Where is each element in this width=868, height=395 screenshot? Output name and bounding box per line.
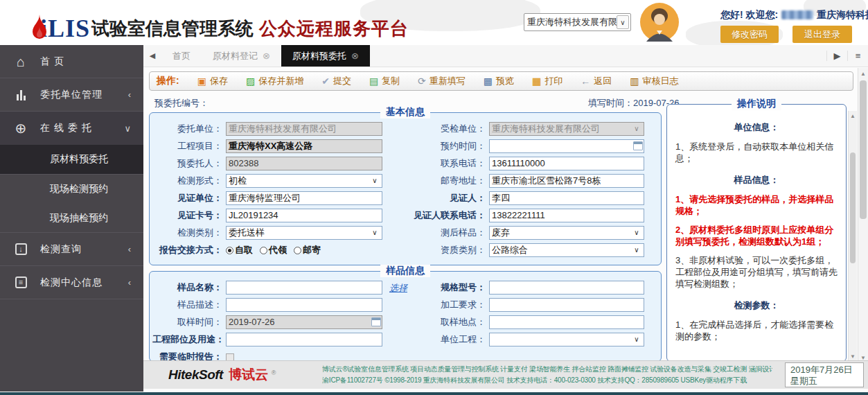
change-password-button[interactable]: 修改密码: [720, 26, 779, 43]
after-sample-label: 测后样品：: [384, 227, 488, 239]
refill-button[interactable]: ⟳重新填写: [418, 75, 466, 87]
main-scrollbar[interactable]: ▲ ▼: [858, 68, 868, 364]
sidebar-item-client-management[interactable]: 委托单位管理 ‹: [0, 78, 143, 112]
sidebar-group-online-entrust: ⊕ 在 线 委 托 ∨ 原材料预委托: [0, 112, 143, 175]
app-logo: iLIS 试验室信息管理系统 公众远程服务平台: [29, 1, 409, 43]
tab-home[interactable]: 首页: [161, 45, 202, 67]
close-icon[interactable]: ⊗: [263, 51, 270, 61]
bar-chart-icon: [12, 89, 29, 100]
scroll-down-icon[interactable]: ▼: [849, 353, 857, 360]
chevron-down-icon: ∨: [632, 123, 641, 135]
close-icon[interactable]: ⊗: [351, 51, 359, 61]
sidebar-item-test-query[interactable]: ↓ 检测查询 ‹: [0, 233, 143, 266]
help-section-title: 样品信息：: [675, 174, 838, 186]
spec-field[interactable]: [489, 281, 644, 295]
mail-address-field[interactable]: 重庆市渝北区雪松路7号8栋: [489, 174, 644, 188]
tab-raw-material-preentrust[interactable]: 原材料预委托 ⊗: [281, 45, 370, 67]
preview-button[interactable]: ▩预览: [484, 75, 514, 87]
sample-desc-label: 样品描述：: [152, 299, 224, 311]
scroll-up-icon[interactable]: ▲: [849, 113, 857, 119]
registered-mark: ®: [272, 369, 276, 376]
help-text-alert: 1、请先选择预委托的样品，并选择样品规格；: [675, 193, 838, 217]
submit-button[interactable]: ✔提交: [321, 75, 351, 87]
preentrust-no-label: 预委托编号：: [154, 97, 209, 109]
unit-project-select[interactable]: ∨: [489, 333, 644, 346]
back-button[interactable]: ←返回: [581, 75, 612, 87]
sidebar-item-test-center-info[interactable]: ≡ 检测中心信息 ‹: [0, 266, 143, 299]
help-legend: 操作说明: [732, 98, 781, 110]
save-button[interactable]: ▣保存: [197, 75, 228, 87]
sidebar-subitem-raw-material-preentrust[interactable]: 原材料预委托: [0, 145, 143, 174]
pre-person-field[interactable]: 802388: [226, 157, 382, 170]
entrust-unit-field[interactable]: 重庆海特科技发展有限公司: [226, 122, 382, 136]
avatar[interactable]: [640, 3, 679, 44]
sampling-place-label: 取样地点：: [384, 316, 488, 328]
tab-raw-material-register[interactable]: 原材料登记 ⊗: [202, 45, 281, 67]
footer-line2: 渝ICP备11002727号 ©1998-2019 重庆海特科技发展有限公司 技…: [322, 375, 772, 386]
witness-unit-label: 见证单位：: [152, 192, 224, 204]
witness-phone-field[interactable]: 13822221111: [489, 209, 644, 222]
logout-button[interactable]: 退出登录: [792, 26, 852, 43]
radio-self-pickup[interactable]: 自取: [226, 244, 253, 256]
qualification-label: 资质类别：: [384, 244, 488, 256]
document-icon: ≡: [12, 276, 29, 288]
appoint-time-field[interactable]: [489, 139, 644, 153]
tab-list-icon[interactable]: ≡: [847, 51, 868, 61]
sidebar-item-home[interactable]: ⌂ 首 页: [0, 45, 143, 78]
mail-address-label: 邮寄地址：: [384, 175, 488, 187]
scrollbar-thumb[interactable]: [850, 152, 856, 263]
copy-icon: ▤: [369, 76, 378, 86]
print-button[interactable]: ▦打印: [532, 75, 563, 87]
process-req-field[interactable]: [489, 298, 644, 312]
test-form-select[interactable]: 初检∨: [226, 174, 382, 188]
process-req-label: 加工要求：: [384, 299, 488, 311]
date-box: 2019年7月26日 星期五: [785, 362, 864, 387]
scroll-up-icon[interactable]: ▲: [858, 71, 868, 77]
sidebar-subitem-site-test-appointment[interactable]: 现场检测预约: [0, 175, 143, 204]
witness-field[interactable]: 李四: [489, 191, 644, 205]
save-and-new-button[interactable]: ▨保存并新增: [246, 75, 303, 87]
calendar-icon[interactable]: [371, 317, 381, 326]
help-section-title: 检测参数：: [675, 299, 838, 312]
witness-card-field[interactable]: JL20191234: [226, 209, 382, 222]
sampling-place-field[interactable]: [489, 315, 644, 329]
sampling-time-field[interactable]: 2019-07-26: [226, 315, 382, 329]
project-part-field[interactable]: [226, 333, 382, 346]
witness-unit-field[interactable]: 重庆海特监理公司: [226, 191, 382, 205]
weekday-text: 星期五: [790, 376, 858, 387]
sample-pick-link[interactable]: 选择: [389, 282, 407, 295]
radio-proxy-pickup[interactable]: 代领: [260, 244, 287, 256]
flame-icon: [29, 14, 50, 44]
audit-log-button[interactable]: ▥审核日志: [630, 75, 678, 87]
unit-project-label: 单位工程：: [384, 333, 488, 346]
project-part-label: 工程部位及用途：: [152, 333, 224, 346]
download-box-icon: ↓: [12, 243, 29, 255]
tab-scroll-left-icon[interactable]: ◀: [143, 45, 161, 67]
sidebar-subitem-site-sampling-appointment[interactable]: 现场抽检预约: [0, 204, 143, 233]
main-area: ◀ 首页 原材料登记 ⊗ 原材料预委托 ⊗ ▶ ≡ 操作: ▣保存 ▨保存并新增…: [143, 45, 868, 392]
calendar-icon[interactable]: [633, 141, 643, 150]
sampling-time-label: 取样时间：: [152, 316, 224, 328]
sidebar-item-online-entrust[interactable]: ⊕ 在 线 委 托 ∨: [0, 112, 143, 145]
delivery-label: 报告交接方式：: [152, 244, 224, 256]
help-panel-scrollbar[interactable]: ▲ ▼: [848, 111, 857, 362]
company-select[interactable]: 重庆海特科技发展有限 ∨: [524, 13, 631, 31]
tab-scroll-right-icon[interactable]: ▶: [826, 51, 847, 61]
after-sample-select[interactable]: 废弃∨: [489, 226, 644, 240]
sample-desc-field[interactable]: [226, 298, 382, 312]
radio-mail[interactable]: 邮寄: [294, 244, 321, 256]
copy-button[interactable]: ▤复制: [369, 75, 400, 87]
phone-field[interactable]: 13611110000: [489, 157, 644, 170]
project-field[interactable]: 重庆海特XX高速公路: [226, 139, 382, 153]
sample-name-field[interactable]: [226, 281, 382, 295]
date-text: 2019年7月26日: [790, 365, 858, 376]
chevron-down-icon[interactable]: ∨: [617, 15, 629, 29]
inspected-unit-select[interactable]: 重庆海特科技发展有限公司∨: [489, 122, 644, 136]
phone-label: 联系电话：: [384, 157, 488, 170]
sample-info-legend: 样品信息: [380, 265, 430, 277]
project-label: 工程项目：: [152, 140, 224, 152]
qualification-select[interactable]: 公路综合∨: [489, 243, 644, 257]
test-category-select[interactable]: 委托送样∨: [226, 226, 382, 240]
scrollbar-thumb[interactable]: [860, 80, 867, 219]
help-text-alert: 2、原材料委托多组时原则上应按单组分别填写预委托，检测组数默认为1组；: [675, 224, 838, 247]
